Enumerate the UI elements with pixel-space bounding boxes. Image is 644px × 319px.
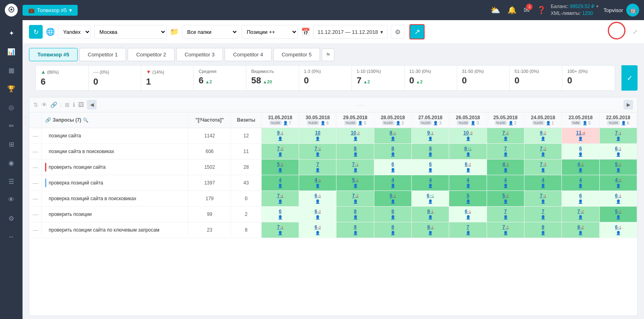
position-value[interactable]: 7-1 [314,146,321,151]
position-value[interactable]: 4 [504,177,507,183]
position-cell[interactable]: 8-1👤 [412,207,449,222]
position-value[interactable]: 7 [504,209,507,214]
search-kw-icon[interactable]: 🔍 [83,118,89,123]
position-cell[interactable]: 4👤 [374,175,411,191]
sidebar-item-arrows[interactable]: ↔ [3,229,19,245]
row-drag-handle[interactable]: — [29,207,42,222]
position-cell[interactable]: 8👤 [374,222,411,238]
position-value[interactable]: 6 [429,162,432,167]
position-value[interactable]: 8 [354,224,357,230]
scroll-left-button[interactable]: ◀ [87,100,97,110]
position-value[interactable]: 9-1 [427,130,433,136]
position-cell[interactable]: 5-1👤 [336,175,374,191]
sidebar-item-target[interactable]: ◉ [3,155,19,171]
position-cell[interactable]: 9-1👤 [261,128,299,144]
position-value[interactable]: 8-1 [427,224,433,230]
position-value[interactable]: 5-2 [277,162,283,167]
row-drag-handle[interactable]: — [29,160,42,175]
position-cell[interactable]: 7-2👤 [562,207,599,222]
position-cell[interactable]: 4👤 [412,175,449,191]
link-table-icon[interactable]: 🔗 [50,102,57,108]
table-grid-icon[interactable]: ⊞ [65,102,70,108]
sidebar-item-edit[interactable]: ✏ [3,118,19,134]
position-cell[interactable]: 4-1👤 [562,160,599,175]
sidebar-item-analytics[interactable]: ◎ [3,99,19,115]
folder-select[interactable]: Все папки [182,25,238,39]
position-cell[interactable]: 4👤 [449,175,487,191]
position-cell[interactable]: 4👤 [487,175,524,191]
position-value[interactable]: 5-1 [615,209,621,214]
position-cell[interactable]: 6-2👤 [449,160,487,175]
position-value[interactable]: 6-1 [615,224,621,230]
sidebar-item-chart[interactable]: 📊 [3,44,19,60]
position-cell[interactable]: 6-1👤 [599,191,637,207]
position-value[interactable]: 8 [354,209,357,214]
stats-toggle-button[interactable]: ✓ [621,65,638,91]
sidebar-item-trophy[interactable]: 🏆 [3,81,19,97]
position-cell[interactable]: 7-2👤 [336,191,374,207]
date-range-picker[interactable]: 11.12.2017 — 11.12.2018 ▾ [313,25,388,39]
position-cell[interactable]: 8-1👤 [412,222,449,238]
position-value[interactable]: 7-1 [502,224,509,230]
position-cell[interactable]: 10-3👤 [449,128,487,144]
position-cell[interactable]: 6-2👤 [299,222,336,238]
row-drag-handle[interactable]: — [29,191,42,207]
sort-icon[interactable]: ⇅ [33,102,38,108]
position-cell[interactable]: 7-2👤 [487,128,524,144]
position-value[interactable]: 9-2 [540,130,546,136]
position-cell[interactable]: 7-1👤 [524,191,561,207]
region-select[interactable]: Москва [94,25,167,39]
expand-icon[interactable]: ⤢ [633,29,638,35]
position-cell[interactable]: 5-2👤 [487,191,524,207]
position-cell[interactable]: 8+1👤 [449,144,487,160]
export-button[interactable]: ↗ [409,24,425,39]
position-cell[interactable]: 8👤 [374,144,411,160]
position-cell[interactable]: 8-1👤 [374,128,411,144]
info-icon[interactable]: ℹ [73,102,75,108]
position-value[interactable]: 8 [542,224,545,230]
position-cell[interactable]: 5-2👤 [261,160,299,175]
settings-button[interactable]: ⚙ [391,25,405,39]
position-value[interactable]: 7-1 [615,130,621,136]
position-value[interactable]: 4 [279,177,282,183]
position-value[interactable]: 8-1 [390,130,396,136]
position-value[interactable]: 7 [466,224,469,230]
refresh-button[interactable]: ↻ [29,25,43,39]
position-cell[interactable]: 7👤 [524,207,561,222]
sidebar-item-asterisk[interactable]: ✦ [3,25,19,41]
position-value[interactable]: 5-2 [502,193,509,199]
position-cell[interactable]: 9-2👤 [524,128,561,144]
position-value[interactable]: 8 [392,224,394,230]
position-value[interactable]: 6 [279,209,282,214]
position-cell[interactable]: 6-1👤 [449,207,487,222]
position-value[interactable]: 8 [392,209,394,214]
tab-competitor4[interactable]: Competitor 4 [225,48,271,61]
position-value[interactable]: 10-2 [351,130,359,136]
position-cell[interactable]: 4👤 [261,175,299,191]
position-cell[interactable]: 6-1👤 [299,191,336,207]
position-cell[interactable]: 7👤 [299,160,336,175]
position-value[interactable]: 6 [579,146,582,151]
position-value[interactable]: 6+1 [427,193,434,199]
position-value[interactable]: 4 [542,177,545,183]
project-selector[interactable]: 💼 Топвизор #5 ▾ [23,5,78,16]
position-value[interactable]: 7-1 [540,193,546,199]
position-value[interactable]: 10-3 [463,130,472,136]
position-value[interactable]: 11-4 [576,130,585,136]
position-cell[interactable]: 6-1👤 [599,222,637,238]
position-value[interactable]: 7-1 [540,146,546,151]
position-value[interactable]: 7-2 [502,130,509,136]
position-cell[interactable]: 7-1👤 [299,144,336,160]
position-cell[interactable]: 5👤 [449,191,487,207]
position-value[interactable]: 10 [315,130,320,136]
weather-icon[interactable]: ⛅ [490,5,500,15]
position-cell[interactable]: 4-3👤 [487,160,524,175]
position-value[interactable]: 7-1 [277,193,283,199]
position-value[interactable]: 4-1 [314,177,321,183]
app-logo[interactable]: ⦿ [5,4,18,17]
position-value[interactable]: 8-2 [578,224,584,230]
position-cell[interactable]: 10👤 [299,128,336,144]
position-value[interactable]: 7-2 [352,193,359,199]
position-value[interactable]: 6-2 [465,162,471,167]
sidebar-item-layers[interactable]: ▦ [3,62,19,78]
